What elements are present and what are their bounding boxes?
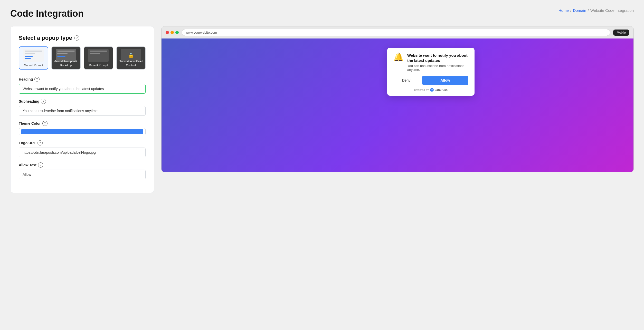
larapush-brand: LaraPush — [430, 88, 448, 92]
page-title: Code Integration — [10, 8, 84, 19]
allow-button[interactable]: Allow — [422, 76, 468, 85]
page-header: Code Integration Home / Domain / Website… — [10, 8, 634, 19]
minimize-dot — [171, 31, 174, 34]
subheading-group: Subheading ? — [19, 99, 146, 116]
browser-dots — [166, 31, 179, 34]
svg-point-1 — [432, 90, 433, 90]
section-help-icon[interactable]: ? — [74, 35, 79, 41]
card-line — [25, 58, 31, 59]
popup-card-subscribe-read[interactable]: 🔒 Subscribe to Read Content — [116, 46, 146, 70]
breadcrumb-sep2: / — [588, 8, 589, 13]
mobile-toggle-button[interactable]: Mobile — [613, 30, 629, 36]
theme-color-help-icon[interactable]: ? — [42, 121, 48, 126]
popup-card-manual-prompt[interactable]: Manual Prompt — [19, 46, 48, 70]
allow-text-help-icon[interactable]: ? — [38, 162, 43, 168]
close-dot — [166, 31, 169, 34]
logo-url-input[interactable] — [19, 148, 146, 157]
card-line — [57, 51, 75, 52]
card-preview — [23, 49, 44, 62]
allow-text-label: Allow Text ? — [19, 162, 146, 168]
browser-address-bar[interactable]: www.yourwebite.com — [182, 29, 610, 36]
right-panel: www.yourwebite.com Mobile 🔔 Website want… — [161, 26, 634, 172]
popup-card-manual-prompt-backdrop[interactable]: Manual Prompt with Backdrop — [51, 46, 81, 70]
notif-text-block: Website want to notify you about the lat… — [407, 53, 468, 72]
notif-actions: Deny Allow — [393, 76, 468, 85]
logo-url-help-icon[interactable]: ? — [37, 140, 43, 145]
card-preview — [88, 49, 109, 62]
breadcrumb-sep1: / — [570, 8, 571, 13]
logo-url-group: Logo URL ? — [19, 140, 146, 157]
browser-mockup: www.yourwebite.com Mobile 🔔 Website want… — [161, 26, 634, 172]
card-line — [25, 56, 33, 57]
breadcrumb-home[interactable]: Home — [558, 8, 569, 13]
lock-icon: 🔒 — [128, 53, 134, 58]
theme-color-group: Theme Color ? — [19, 121, 146, 135]
section-title: Select a popup type ? — [19, 35, 146, 41]
notif-footer: powered by LaraPush — [393, 88, 468, 92]
card-line — [90, 53, 100, 54]
popup-card-label: Default Prompt — [84, 63, 113, 67]
color-swatch[interactable] — [21, 129, 143, 134]
notif-subtitle: You can unsubscribe from notifications a… — [407, 64, 468, 72]
deny-button[interactable]: Deny — [393, 76, 419, 85]
popup-types: Manual Prompt Manual Prompt with Backdro… — [19, 46, 146, 70]
svg-point-0 — [430, 88, 434, 92]
larapush-icon — [430, 88, 434, 92]
popup-card-label: Subscribe to Read Content — [117, 60, 145, 67]
notif-header: 🔔 Website want to notify you about the l… — [393, 53, 468, 72]
allow-text-input[interactable] — [19, 170, 146, 179]
main-layout: Select a popup type ? Manual Prompt — [10, 26, 634, 193]
card-line — [25, 53, 35, 54]
breadcrumb-current: Website Code Integration — [590, 8, 634, 13]
card-line — [57, 53, 68, 54]
heading-help-icon[interactable]: ? — [34, 77, 40, 82]
powered-by-text: powered by — [414, 88, 429, 91]
popup-card-default-prompt[interactable]: Default Prompt — [84, 46, 113, 70]
heading-group: Heading ? — [19, 77, 146, 94]
logo-url-label: Logo URL ? — [19, 140, 146, 145]
bell-icon: 🔔 — [393, 53, 404, 61]
maximize-dot — [175, 31, 179, 34]
breadcrumb: Home / Domain / Website Code Integration — [558, 8, 634, 13]
card-line — [25, 51, 42, 52]
allow-text-group: Allow Text ? — [19, 162, 146, 179]
left-panel: Select a popup type ? Manual Prompt — [10, 26, 154, 193]
popup-card-label: Manual Prompt — [19, 63, 48, 67]
subheading-input[interactable] — [19, 106, 146, 116]
color-input-wrapper — [19, 128, 146, 135]
browser-content: 🔔 Website want to notify you about the l… — [162, 38, 633, 172]
breadcrumb-domain[interactable]: Domain — [573, 8, 586, 13]
theme-color-label: Theme Color ? — [19, 121, 146, 126]
notif-title: Website want to notify you about the lat… — [407, 53, 468, 63]
popup-card-label: Manual Prompt with Backdrop — [52, 60, 80, 67]
notification-popup: 🔔 Website want to notify you about the l… — [387, 48, 475, 96]
heading-label: Heading ? — [19, 77, 146, 82]
browser-toolbar: www.yourwebite.com Mobile — [162, 26, 633, 38]
card-line — [57, 56, 65, 57]
card-line — [90, 51, 107, 52]
subheading-help-icon[interactable]: ? — [41, 99, 46, 104]
subheading-label: Subheading ? — [19, 99, 146, 104]
heading-input[interactable] — [19, 84, 146, 94]
